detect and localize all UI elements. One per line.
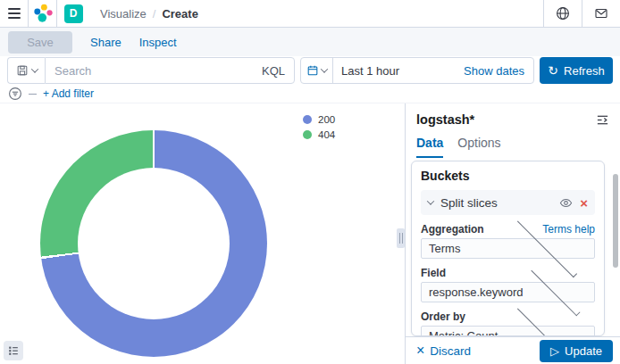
tab-options[interactable]: Options <box>457 136 500 158</box>
search-box: KQL <box>45 57 295 84</box>
chevron-down-icon <box>427 197 434 204</box>
elastic-logo-icon <box>33 4 53 23</box>
show-dates-button[interactable]: Show dates <box>464 64 533 78</box>
discard-button[interactable]: × Discard <box>416 343 471 358</box>
discard-label: Discard <box>430 344 471 358</box>
breadcrumb-create: Create <box>162 7 197 21</box>
search-input[interactable] <box>54 64 262 78</box>
donut-hole <box>78 168 230 319</box>
buckets-title: Buckets <box>421 169 595 183</box>
order-by-value: Metric: Count <box>429 329 507 336</box>
kql-selector[interactable]: KQL <box>262 64 285 78</box>
chart-legend: 200 404 <box>303 114 335 140</box>
menu-hamburger-icon[interactable] <box>0 0 28 27</box>
aggregation-select[interactable]: Terms <box>421 238 595 259</box>
legend-item-200[interactable]: 200 <box>303 114 335 125</box>
play-icon: ▷ <box>550 344 559 358</box>
calendar-icon <box>306 64 319 77</box>
index-pattern-title: logstash* <box>416 112 474 127</box>
main-content: 200 404 logstash* <box>0 103 620 364</box>
eye-icon[interactable] <box>559 196 573 210</box>
breadcrumb-visualize[interactable]: Visualize <box>100 7 147 21</box>
close-icon: × <box>416 343 424 358</box>
newsfeed-button[interactable] <box>582 0 620 27</box>
resize-handle[interactable] <box>397 228 405 248</box>
legend-dot-blue <box>303 115 312 124</box>
update-button[interactable]: ▷ Update <box>540 340 613 362</box>
buckets-card: Buckets Split slices × Aggregation Terms… <box>411 161 605 336</box>
aggregation-value: Terms <box>429 242 507 255</box>
order-by-select[interactable]: Metric: Count <box>421 326 595 336</box>
envelope-icon <box>594 6 608 21</box>
panel-scrollbar[interactable] <box>613 174 618 268</box>
chevron-down-icon <box>321 65 328 72</box>
breadcrumb: Visualize / Create <box>89 7 543 21</box>
vis-editor-panel: logstash* Data Options Buckets Split sli… <box>406 103 620 364</box>
chevron-down-icon <box>30 65 38 72</box>
field-select[interactable]: response.keyword <box>421 282 595 302</box>
aggregation-label: Aggregation <box>421 223 484 236</box>
space-badge[interactable]: D <box>64 4 83 23</box>
split-slices-accordion[interactable]: Split slices × <box>421 190 595 215</box>
field-value: response.keyword <box>429 285 524 299</box>
quick-select-button[interactable] <box>301 58 333 83</box>
field-label: Field <box>421 267 446 279</box>
legend-dot-green <box>303 130 312 139</box>
help-menu-button[interactable] <box>544 0 582 27</box>
order-by-label: Order by <box>421 310 465 323</box>
time-range-value[interactable]: Last 1 hour <box>333 64 464 78</box>
donut-chart[interactable] <box>40 130 267 357</box>
legend-item-404[interactable]: 404 <box>303 129 335 140</box>
query-bar: KQL Last 1 hour Show dates ↻ Refresh <box>0 56 620 85</box>
filter-divider <box>29 94 37 95</box>
inspect-button[interactable]: Inspect <box>139 36 177 49</box>
aggregation-label-row: Aggregation Terms help <box>421 223 595 236</box>
split-slices-label: Split slices <box>440 196 552 210</box>
top-header: D Visualize / Create <box>0 0 620 28</box>
refresh-icon: ↻ <box>548 64 558 77</box>
update-label: Update <box>565 344 602 358</box>
saved-query-button[interactable] <box>7 57 45 84</box>
save-button[interactable]: Save <box>8 31 72 54</box>
panel-footer: × Discard ▷ Update <box>406 336 620 364</box>
save-query-icon <box>16 64 29 77</box>
remove-bucket-icon[interactable]: × <box>580 196 588 210</box>
refresh-button[interactable]: ↻ Refresh <box>540 57 613 84</box>
order-by-label-row: Order by <box>421 310 595 323</box>
filter-icon[interactable] <box>8 87 22 101</box>
list-icon <box>7 344 20 357</box>
legend-toggle-button[interactable] <box>4 341 23 360</box>
add-filter-button[interactable]: + Add filter <box>43 87 94 100</box>
elastic-logo[interactable] <box>29 0 56 27</box>
filter-bar: + Add filter <box>0 85 620 103</box>
legend-label: 200 <box>318 114 335 125</box>
action-bar: Save Share Inspect <box>0 28 620 56</box>
visualization-area: 200 404 <box>0 103 405 364</box>
date-picker: Last 1 hour Show dates <box>300 57 534 84</box>
panel-tabs: Data Options <box>406 127 620 158</box>
space-selector[interactable]: D <box>57 0 89 27</box>
breadcrumb-separator: / <box>153 7 156 21</box>
refresh-label: Refresh <box>564 64 605 78</box>
share-button[interactable]: Share <box>90 36 121 49</box>
legend-label: 404 <box>318 129 335 140</box>
tab-data[interactable]: Data <box>416 136 443 158</box>
panel-header: logstash* <box>406 103 620 127</box>
collapse-panel-icon[interactable] <box>596 113 609 127</box>
terms-help-link[interactable]: Terms help <box>542 223 595 236</box>
globe-icon <box>556 6 570 21</box>
